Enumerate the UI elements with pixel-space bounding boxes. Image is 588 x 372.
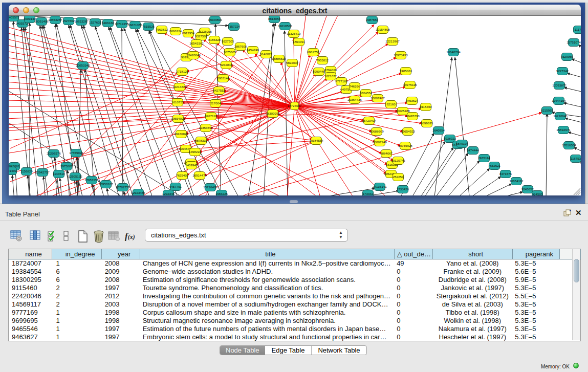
svg-text:9327505: 9327505 <box>222 39 234 43</box>
svg-text:10654112: 10654112 <box>509 179 524 183</box>
svg-text:8660124: 8660124 <box>169 29 182 33</box>
svg-text:3267110: 3267110 <box>205 114 217 118</box>
svg-text:12942757: 12942757 <box>35 170 50 174</box>
svg-text:1640954: 1640954 <box>432 128 445 132</box>
svg-text:7625402: 7625402 <box>176 173 189 177</box>
svg-text:19218506: 19218506 <box>278 24 292 28</box>
svg-text:6794028: 6794028 <box>324 68 337 72</box>
svg-text:9457791: 9457791 <box>169 185 182 188</box>
svg-text:8912954: 8912954 <box>182 31 195 35</box>
svg-text:391499: 391499 <box>9 169 17 172</box>
svg-text:19654923: 19654923 <box>171 117 185 120</box>
svg-text:15720407: 15720407 <box>362 119 376 122</box>
svg-text:9227342: 9227342 <box>556 69 569 73</box>
svg-text:16914479: 16914479 <box>192 173 207 177</box>
svg-text:217004: 217004 <box>210 101 221 105</box>
svg-text:2867608: 2867608 <box>234 45 247 48</box>
svg-text:9146821: 9146821 <box>260 52 273 56</box>
svg-text:2087652: 2087652 <box>366 18 379 21</box>
svg-text:20364436: 20364436 <box>347 98 362 101</box>
svg-text:10688609: 10688609 <box>369 129 384 133</box>
svg-text:6879197: 6879197 <box>456 142 469 145</box>
svg-text:10807487: 10807487 <box>371 96 385 100</box>
svg-text:12923466: 12923466 <box>131 191 145 194</box>
svg-text:8878332: 8878332 <box>195 139 208 142</box>
svg-text:15692971: 15692971 <box>556 128 571 132</box>
svg-text:9245652: 9245652 <box>521 187 534 191</box>
svg-text:2803144: 2803144 <box>217 76 230 80</box>
svg-text:11171: 11171 <box>575 28 581 31</box>
svg-text:173342: 173342 <box>363 192 374 195</box>
svg-text:1292346: 1292346 <box>162 192 175 195</box>
svg-text:924505: 924505 <box>532 192 543 195</box>
svg-text:9329966: 9329966 <box>561 55 574 58</box>
svg-text:13975115: 13975115 <box>403 83 417 86</box>
svg-text:10973493: 10973493 <box>394 53 408 57</box>
svg-text:1144519: 1144519 <box>53 172 65 176</box>
svg-text:2718126: 2718126 <box>176 70 189 73</box>
svg-text:2935114: 2935114 <box>478 156 490 160</box>
svg-text:9884067: 9884067 <box>380 151 393 155</box>
svg-text:16210643: 16210643 <box>553 114 568 118</box>
svg-text:7485063: 7485063 <box>400 69 412 73</box>
svg-text:11325419: 11325419 <box>287 32 301 35</box>
svg-text:1498222: 1498222 <box>189 150 202 154</box>
svg-text:20091406: 20091406 <box>34 19 49 23</box>
svg-text:1610755: 1610755 <box>171 100 184 104</box>
svg-text:9899695: 9899695 <box>421 121 433 125</box>
svg-text:12093872: 12093872 <box>552 83 567 87</box>
svg-text:3975887: 3975887 <box>60 164 73 168</box>
svg-text:10154808: 10154808 <box>376 28 390 31</box>
svg-text:8186328: 8186328 <box>208 38 221 41</box>
svg-text:9115460: 9115460 <box>420 105 432 108</box>
svg-text:8454749: 8454749 <box>247 48 259 52</box>
svg-text:19654923: 19654923 <box>401 129 415 133</box>
svg-text:6466160: 6466160 <box>102 21 115 25</box>
svg-text:1683225: 1683225 <box>215 192 228 195</box>
svg-text:7515526: 7515526 <box>142 25 155 28</box>
svg-text:10120746: 10120746 <box>391 159 405 162</box>
svg-text:18807249: 18807249 <box>373 140 387 144</box>
svg-text:8471676: 8471676 <box>499 172 512 176</box>
svg-text:12213389: 12213389 <box>172 85 187 89</box>
svg-text:3624554: 3624554 <box>360 91 373 95</box>
svg-text:18300295: 18300295 <box>266 112 280 115</box>
svg-text:9327505: 9327505 <box>195 34 208 38</box>
svg-text:10719155: 10719155 <box>115 22 129 26</box>
svg-text:17957255: 17957255 <box>84 178 99 182</box>
svg-text:9474444: 9474444 <box>467 148 480 152</box>
svg-text:15751074: 15751074 <box>567 40 581 44</box>
svg-text:12444154: 12444154 <box>552 99 566 102</box>
svg-text:18724007: 18724007 <box>288 104 302 107</box>
svg-text:10653267: 10653267 <box>74 19 89 23</box>
svg-text:7357224: 7357224 <box>228 25 241 28</box>
svg-text:116753: 116753 <box>571 157 581 160</box>
svg-text:10025488: 10025488 <box>396 109 410 113</box>
svg-text:18495798: 18495798 <box>405 114 420 118</box>
svg-text:9242843: 9242843 <box>220 63 233 67</box>
svg-text:9463627: 9463627 <box>406 99 419 102</box>
svg-text:12213967: 12213967 <box>385 39 400 43</box>
svg-text:7632621: 7632621 <box>488 164 501 167</box>
svg-text:17359924: 17359924 <box>69 151 83 155</box>
svg-text:1864091: 1864091 <box>293 40 306 43</box>
svg-text:252254: 252254 <box>393 175 404 179</box>
svg-text:746266: 746266 <box>350 84 360 88</box>
svg-text:62160: 62160 <box>386 102 396 106</box>
svg-text:12505135: 12505135 <box>68 174 82 178</box>
svg-text:20206576: 20206576 <box>47 151 61 155</box>
svg-text:10958107: 10958107 <box>99 182 113 186</box>
svg-text:1409945: 1409945 <box>185 163 198 167</box>
svg-text:1527602: 1527602 <box>62 19 75 23</box>
svg-text:5938923: 5938923 <box>444 137 456 140</box>
svg-text:8215955: 8215955 <box>541 108 554 112</box>
svg-text:8990448: 8990448 <box>313 70 325 73</box>
svg-text:7663822: 7663822 <box>156 28 168 31</box>
svg-text:9777169: 9777169 <box>335 79 348 83</box>
svg-text:5822037: 5822037 <box>286 61 299 64</box>
svg-text:10648764: 10648764 <box>446 50 461 54</box>
svg-text:20053346: 20053346 <box>76 63 90 67</box>
svg-text:10653267: 10653267 <box>48 18 62 21</box>
svg-text:8427552: 8427552 <box>213 89 226 92</box>
svg-text:1527602: 1527602 <box>89 20 102 24</box>
